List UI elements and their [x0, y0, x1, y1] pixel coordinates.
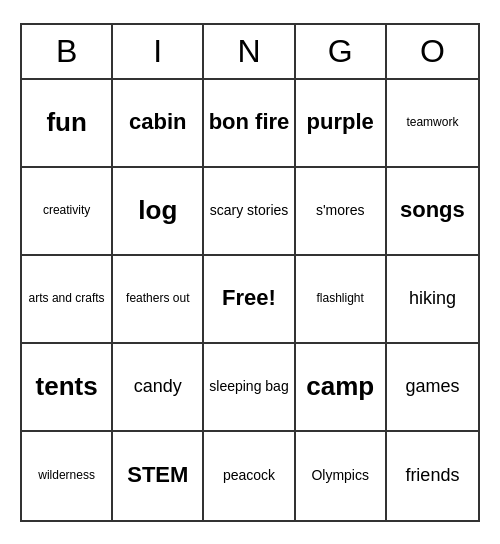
bingo-cell-7: scary stories: [204, 168, 295, 256]
cell-text-15: tents: [36, 371, 98, 402]
bingo-cell-17: sleeping bag: [204, 344, 295, 432]
cell-text-9: songs: [400, 197, 465, 223]
cell-text-12: Free!: [222, 285, 276, 311]
bingo-cell-4: teamwork: [387, 80, 478, 168]
bingo-cell-1: cabin: [113, 80, 204, 168]
cell-text-14: hiking: [409, 288, 456, 310]
bingo-cell-9: songs: [387, 168, 478, 256]
cell-text-20: wilderness: [38, 468, 95, 482]
cell-text-7: scary stories: [210, 202, 289, 219]
bingo-cell-10: arts and crafts: [22, 256, 113, 344]
cell-text-3: purple: [307, 109, 374, 135]
bingo-cell-14: hiking: [387, 256, 478, 344]
cell-text-13: flashlight: [317, 291, 364, 305]
cell-text-6: log: [138, 195, 177, 226]
cell-text-23: Olympics: [311, 467, 369, 484]
bingo-cell-5: creativity: [22, 168, 113, 256]
bingo-cell-15: tents: [22, 344, 113, 432]
bingo-grid: funcabinbon firepurpleteamworkcreativity…: [22, 80, 478, 520]
cell-text-16: candy: [134, 376, 182, 398]
bingo-cell-12: Free!: [204, 256, 295, 344]
bingo-cell-11: feathers out: [113, 256, 204, 344]
bingo-card: BINGO funcabinbon firepurpleteamworkcrea…: [20, 23, 480, 522]
header-letter-B: B: [22, 25, 113, 78]
cell-text-18: camp: [306, 371, 374, 402]
cell-text-10: arts and crafts: [29, 291, 105, 305]
cell-text-24: friends: [405, 465, 459, 487]
cell-text-8: s'mores: [316, 202, 365, 219]
header-letter-O: O: [387, 25, 478, 78]
header-letter-I: I: [113, 25, 204, 78]
header-letter-N: N: [204, 25, 295, 78]
cell-text-0: fun: [46, 107, 86, 138]
bingo-cell-24: friends: [387, 432, 478, 520]
bingo-cell-2: bon fire: [204, 80, 295, 168]
cell-text-5: creativity: [43, 203, 90, 217]
bingo-cell-3: purple: [296, 80, 387, 168]
cell-text-19: games: [405, 376, 459, 398]
cell-text-2: bon fire: [209, 109, 290, 135]
bingo-cell-18: camp: [296, 344, 387, 432]
bingo-cell-13: flashlight: [296, 256, 387, 344]
bingo-cell-0: fun: [22, 80, 113, 168]
cell-text-22: peacock: [223, 467, 275, 484]
bingo-cell-22: peacock: [204, 432, 295, 520]
cell-text-4: teamwork: [406, 115, 458, 129]
bingo-cell-21: STEM: [113, 432, 204, 520]
bingo-cell-8: s'mores: [296, 168, 387, 256]
bingo-cell-16: candy: [113, 344, 204, 432]
bingo-cell-6: log: [113, 168, 204, 256]
bingo-cell-19: games: [387, 344, 478, 432]
cell-text-21: STEM: [127, 462, 188, 488]
bingo-cell-20: wilderness: [22, 432, 113, 520]
header-letter-G: G: [296, 25, 387, 78]
bingo-header: BINGO: [22, 25, 478, 80]
cell-text-1: cabin: [129, 109, 186, 135]
cell-text-11: feathers out: [126, 291, 189, 305]
bingo-cell-23: Olympics: [296, 432, 387, 520]
cell-text-17: sleeping bag: [209, 378, 288, 395]
